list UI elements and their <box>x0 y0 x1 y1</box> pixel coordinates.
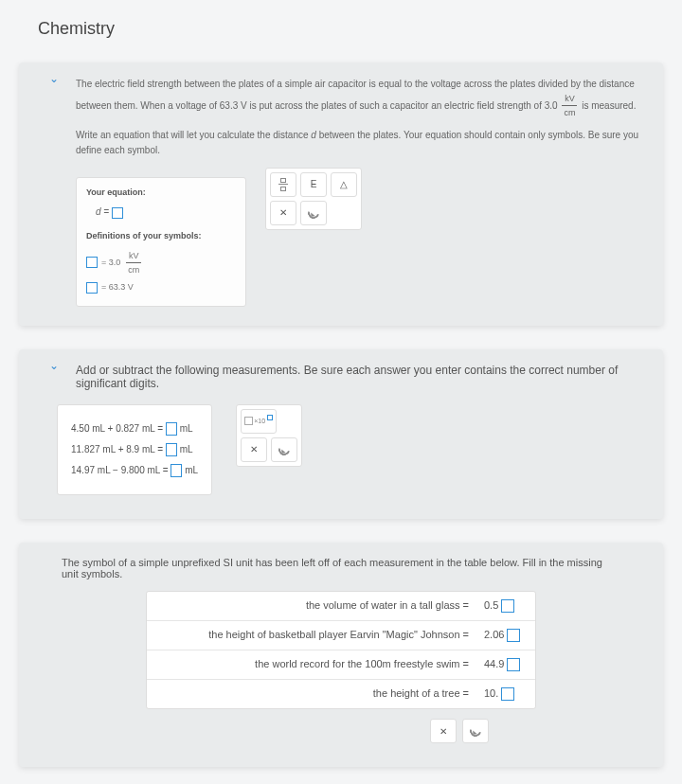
undo-icon <box>468 723 483 739</box>
toolbox-2: ×10 ✕ <box>236 404 302 467</box>
unit-1: mL <box>180 422 193 433</box>
unit-input-3[interactable] <box>507 658 520 671</box>
eq-lhs: d = <box>96 206 109 217</box>
chevron-down-icon[interactable]: ⌄ <box>49 72 59 85</box>
e-tool-button[interactable]: E <box>300 172 327 197</box>
undo-button[interactable] <box>271 437 297 462</box>
def1-unit: kV cm <box>126 249 141 277</box>
fraction-tool-button[interactable] <box>270 172 296 197</box>
undo-button[interactable] <box>462 719 489 743</box>
measure-row-3: 14.97 mL − 9.800 mL = mL <box>71 464 198 477</box>
page-title: Chemistry <box>38 19 682 39</box>
triangle-tool-button[interactable]: △ <box>331 172 357 197</box>
problem-card-3: The symbol of a simple unprefixed SI uni… <box>19 543 663 767</box>
fraction-kvcm: kV cm <box>562 92 577 120</box>
answer-input-2[interactable] <box>166 443 177 456</box>
p2a: Write an equation that will let you calc… <box>76 130 311 140</box>
def1-num: kV <box>126 249 141 263</box>
definitions-label: Definitions of your symbols: <box>86 229 236 242</box>
frac-den: cm <box>562 106 577 119</box>
scientific-notation-button[interactable]: ×10 <box>241 409 277 434</box>
problem-1-instruction: Write an equation that will let you calc… <box>76 128 644 158</box>
table-row: the volume of water in a tall glass = 0.… <box>147 592 535 621</box>
row-4-val: 10. <box>484 687 498 699</box>
equation-panel: Your equation: d = Definitions of your s… <box>76 177 246 307</box>
p1-text-a: The electric field strength between the … <box>76 79 635 111</box>
clear-button[interactable]: ✕ <box>241 437 267 462</box>
undo-icon <box>277 442 292 457</box>
unit-input-4[interactable] <box>501 687 514 701</box>
table-row: the height of a tree = 10. <box>147 680 535 708</box>
row-1-label: the volume of water in a tall glass = <box>147 592 478 620</box>
definition-1: = 3.0 kV cm <box>86 249 236 277</box>
row-4-label: the height of a tree = <box>147 680 478 708</box>
def1-val: = 3.0 <box>101 256 120 269</box>
expr-1: 4.50 mL + 0.827 mL = <box>71 422 163 433</box>
problem-2-prompt: Add or subtract the following measuremen… <box>57 364 644 390</box>
your-equation-label: Your equation: <box>86 186 236 199</box>
row-3-label: the world record for the 100m freestyle … <box>147 650 478 679</box>
def1-den: cm <box>126 263 141 276</box>
problem-card-1: ⌄ The electric field strength between th… <box>19 62 663 326</box>
toolbox-1: E △ ✕ <box>265 168 362 230</box>
p1-text-b: is measured. <box>582 100 636 111</box>
unit-table: the volume of water in a tall glass = 0.… <box>146 591 536 709</box>
table-row: the world record for the 100m freestyle … <box>147 650 535 680</box>
expr-3: 14.97 mL − 9.800 mL = <box>71 464 169 474</box>
chevron-down-icon[interactable]: ⌄ <box>49 359 59 372</box>
def2-val: = 63.3 V <box>101 280 134 294</box>
answer-input-1[interactable] <box>166 422 177 436</box>
unit-2: mL <box>180 443 193 454</box>
definition-1-symbol-input[interactable] <box>86 257 98 268</box>
equation-input[interactable] <box>112 207 123 219</box>
unit-3: mL <box>185 464 198 474</box>
problem-1-text: The electric field strength between the … <box>76 77 644 120</box>
undo-icon <box>306 205 321 221</box>
table-row: the height of basketball player Earvin "… <box>147 621 535 650</box>
expr-2: 11.827 mL + 8.9 mL = <box>71 443 163 454</box>
scientific-notation-icon: ×10 <box>244 417 273 425</box>
sci-label: ×10 <box>254 418 265 424</box>
row-2-label: the height of basketball player Earvin "… <box>147 621 478 650</box>
unit-input-2[interactable] <box>507 629 520 642</box>
problem-card-2: ⌄ Add or subtract the following measurem… <box>19 349 663 519</box>
row-2-val: 2.06 <box>484 629 504 640</box>
answer-input-3[interactable] <box>170 464 182 477</box>
frac-num: kV <box>562 92 577 106</box>
measure-row-1: 4.50 mL + 0.827 mL = mL <box>71 422 198 436</box>
row-1-val: 0.5 <box>484 599 498 611</box>
measurements-panel: 4.50 mL + 0.827 mL = mL 11.827 mL + 8.9 … <box>57 404 212 495</box>
clear-button[interactable]: ✕ <box>270 201 296 225</box>
undo-button[interactable] <box>300 201 327 225</box>
row-3-val: 44.9 <box>484 658 504 669</box>
problem-3-prompt: The symbol of a simple unprefixed SI uni… <box>43 557 639 579</box>
measure-row-2: 11.827 mL + 8.9 mL = mL <box>71 443 198 456</box>
definition-2: = 63.3 V <box>86 280 236 294</box>
fraction-icon <box>278 178 288 191</box>
definition-2-symbol-input[interactable] <box>86 282 98 294</box>
unit-input-1[interactable] <box>501 599 514 613</box>
clear-button[interactable]: ✕ <box>430 719 457 743</box>
